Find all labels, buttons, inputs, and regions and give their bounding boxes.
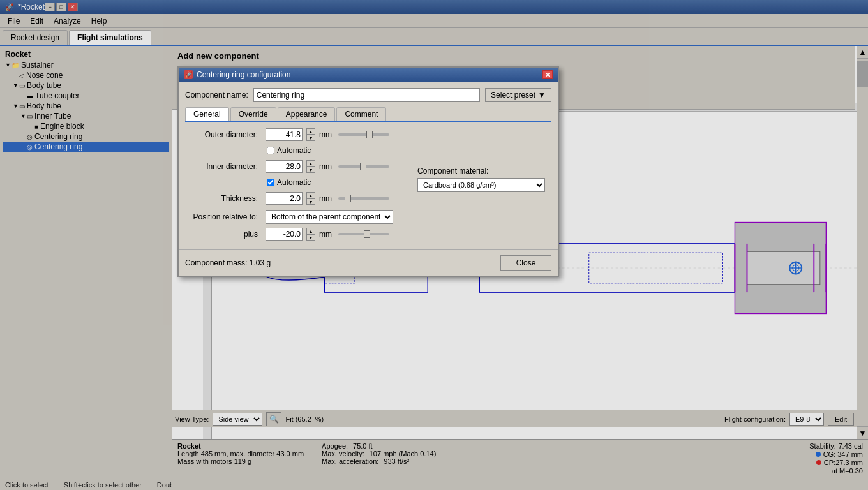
dialog-content: Component name: Select preset ▼ General … bbox=[179, 82, 558, 249]
dialog-close-x-button[interactable]: ✕ bbox=[542, 70, 553, 79]
plus-label: plus bbox=[185, 230, 262, 239]
thickness-row: Thickness: ▲ ▼ mm bbox=[185, 192, 551, 205]
plus-input[interactable] bbox=[266, 228, 303, 241]
dialog-title-bar: 🚀 Centering ring configuration bbox=[184, 70, 542, 79]
thickness-label: Thickness: bbox=[185, 194, 262, 203]
dialog-tab-override[interactable]: Override bbox=[230, 107, 276, 121]
inner-auto-label: Automatic bbox=[277, 178, 311, 187]
outer-diameter-slider[interactable] bbox=[338, 133, 389, 136]
dialog-tabs: General Override Appearance Comment bbox=[185, 107, 551, 122]
thickness-spinner: ▲ ▼ bbox=[306, 192, 315, 205]
thickness-unit: mm bbox=[319, 194, 332, 203]
plus-decrement[interactable]: ▼ bbox=[306, 234, 315, 241]
inner-diameter-input[interactable] bbox=[266, 160, 303, 173]
component-name-row: Component name: Select preset ▼ bbox=[185, 88, 551, 102]
plus-spinner: ▲ ▼ bbox=[306, 228, 315, 241]
outer-auto-row: Automatic bbox=[267, 146, 551, 155]
select-preset-button[interactable]: Select preset ▼ bbox=[485, 88, 551, 102]
outer-diameter-input[interactable] bbox=[266, 128, 303, 141]
thickness-decrement[interactable]: ▼ bbox=[306, 198, 315, 205]
outer-auto-checkbox[interactable] bbox=[267, 147, 274, 154]
select-preset-label: Select preset bbox=[491, 91, 535, 100]
inner-diameter-decrement[interactable]: ▼ bbox=[306, 167, 315, 173]
dialog-tab-appearance[interactable]: Appearance bbox=[278, 107, 336, 121]
preset-dropdown-icon: ▼ bbox=[538, 91, 546, 100]
inner-diameter-label: Inner diameter: bbox=[185, 162, 262, 171]
material-label: Component material: bbox=[417, 167, 545, 175]
dialog-rocket-icon: 🚀 bbox=[184, 70, 193, 79]
tab-general-content: Outer diameter: ▲ ▼ mm Automatic bbox=[185, 128, 551, 243]
inner-diameter-unit: mm bbox=[319, 162, 332, 171]
outer-diameter-label: Outer diameter: bbox=[185, 130, 262, 139]
outer-diameter-row: Outer diameter: ▲ ▼ mm bbox=[185, 128, 551, 141]
position-row: Position relative to: Bottom of the pare… bbox=[185, 210, 551, 224]
thickness-increment[interactable]: ▲ bbox=[306, 192, 315, 198]
close-dialog-button[interactable]: Close bbox=[500, 255, 551, 271]
material-section: Component material: Cardboard (0.68 g/cm… bbox=[417, 167, 545, 192]
position-select[interactable]: Bottom of the parent component Top of th… bbox=[266, 210, 393, 224]
plus-increment[interactable]: ▲ bbox=[306, 228, 315, 234]
outer-diameter-decrement[interactable]: ▼ bbox=[306, 135, 315, 141]
component-name-input[interactable] bbox=[253, 88, 480, 102]
dialog-tab-general[interactable]: General bbox=[185, 107, 229, 121]
dialog-title-text: Centering ring configuration bbox=[197, 70, 290, 79]
inner-diameter-spinner: ▲ ▼ bbox=[306, 160, 315, 173]
config-dialog: 🚀 Centering ring configuration ✕ Compone… bbox=[177, 66, 559, 277]
dialog-tab-comment[interactable]: Comment bbox=[336, 107, 386, 121]
outer-diameter-increment[interactable]: ▲ bbox=[306, 128, 315, 135]
outer-auto-label: Automatic bbox=[277, 146, 311, 155]
dialog-titlebar: 🚀 Centering ring configuration ✕ bbox=[179, 68, 558, 82]
component-name-label: Component name: bbox=[185, 91, 248, 100]
inner-diameter-increment[interactable]: ▲ bbox=[306, 160, 315, 167]
position-label: Position relative to: bbox=[185, 212, 262, 221]
component-mass: Component mass: 1.03 g bbox=[185, 258, 271, 267]
plus-slider[interactable] bbox=[338, 233, 389, 235]
outer-diameter-spinner: ▲ ▼ bbox=[306, 128, 315, 141]
thickness-slider[interactable] bbox=[338, 197, 389, 200]
dialog-footer: Component mass: 1.03 g Close bbox=[179, 249, 558, 276]
inner-auto-checkbox[interactable] bbox=[267, 179, 274, 186]
thickness-input[interactable] bbox=[266, 192, 303, 205]
outer-diameter-unit: mm bbox=[319, 130, 332, 139]
dialog-overlay: 🚀 Centering ring configuration ✕ Compone… bbox=[0, 0, 868, 490]
inner-diameter-slider[interactable] bbox=[338, 165, 389, 168]
plus-row: plus ▲ ▼ mm bbox=[185, 228, 551, 241]
material-select[interactable]: Cardboard (0.68 g/cm³) Plywood (thin) (0… bbox=[417, 178, 545, 192]
plus-unit: mm bbox=[319, 230, 332, 239]
